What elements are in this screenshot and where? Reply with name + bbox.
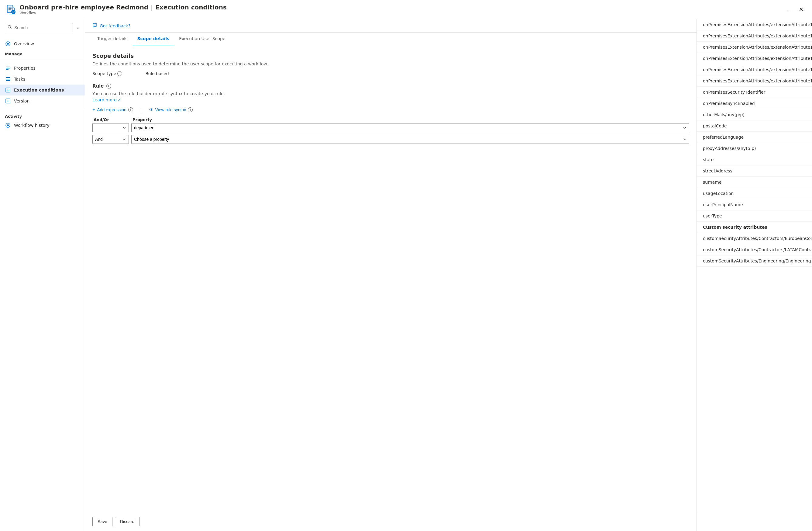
execution-conditions-icon [5,87,11,93]
tasks-icon [5,76,11,82]
overview-icon [5,41,11,47]
andor-select-1[interactable]: And Or [92,123,129,132]
svg-rect-9 [6,67,10,67]
andor-column-header: And/Or [93,117,130,122]
scope-type-row: Scope type i Rule based [92,71,689,76]
dropdown-item-2[interactable]: onPremisesExtensionAttributes/extensionA… [697,42,812,53]
add-expression-button[interactable]: + Add expression i [92,107,133,113]
scope-details-title: Scope details [92,53,689,59]
view-syntax-info-icon[interactable]: i [188,107,193,112]
sidebar-label-version: Version [14,99,29,103]
dropdown-item-0[interactable]: onPremisesExtensionAttributes/extensionA… [697,19,812,30]
discard-button[interactable]: Discard [115,517,140,526]
dropdown-item-1[interactable]: onPremisesExtensionAttributes/extensionA… [697,30,812,42]
rule-table-header: And/Or Property [92,117,689,122]
dropdown-item-11[interactable]: proxyAddresses/any(p:p) [697,143,812,154]
sidebar-item-execution-conditions[interactable]: Execution conditions [0,85,85,96]
sidebar-item-tasks[interactable]: Tasks [0,74,85,85]
properties-icon [5,65,11,71]
history-icon [5,122,11,128]
close-button[interactable]: ✕ [797,5,806,14]
dropdown-item-19[interactable]: customSecurityAttributes/Contractors/Eur… [697,233,812,244]
dropdown-item-4[interactable]: onPremisesExtensionAttributes/extensionA… [697,64,812,75]
dropdown-item-14[interactable]: surname [697,177,812,188]
save-button[interactable]: Save [92,517,113,526]
activity-divider [0,109,85,109]
manage-section-label: Manage [0,49,85,57]
svg-rect-2 [9,7,12,8]
document-icon [6,4,16,14]
svg-rect-12 [6,77,10,78]
sidebar-item-properties[interactable]: Properties [0,62,85,74]
dropdown-item-8[interactable]: otherMails/any(p:p) [697,109,812,121]
feedback-bar: Got feedback? [85,19,697,32]
header-separator: | [151,4,153,11]
action-separator: | [141,107,142,112]
sidebar-search-area: « [0,19,85,36]
page-title: Execution conditions [155,4,227,11]
svg-rect-4 [9,10,11,10]
collapse-icon: « [76,25,79,30]
more-button[interactable]: ... [785,5,794,14]
search-input[interactable] [14,25,70,30]
rule-label: Rule [92,83,104,89]
svg-rect-14 [6,80,10,81]
dropdown-item-7[interactable]: onPremisesSyncEnabled [697,98,812,109]
svg-rect-13 [6,79,10,79]
scope-type-info-icon[interactable]: i [117,71,122,76]
panel-content: Scope details Defines the conditions use… [85,45,697,512]
learn-more-link[interactable]: Learn more ↗ [92,97,121,102]
header-actions: ... ✕ [785,5,806,14]
rule-description: You can use the rule builder or rule syn… [92,91,689,96]
scope-description: Defines the conditions used to determine… [92,61,689,66]
activity-section-label: Activity [0,112,85,120]
sidebar-label-properties: Properties [14,66,35,71]
version-icon [5,98,11,104]
dropdown-item-20[interactable]: customSecurityAttributes/Contractors/LAT… [697,244,812,255]
feedback-link[interactable]: Got feedback? [100,24,130,28]
content-area: Got feedback? Trigger details Scope deta… [85,19,697,531]
dropdown-item-12[interactable]: state [697,154,812,165]
andor-select-2[interactable]: And Or [92,135,129,144]
dropdown-item-21[interactable]: customSecurityAttributes/Engineering/Eng… [697,255,812,267]
dropdown-item-6[interactable]: onPremisesSecurity Identifier [697,87,812,98]
sidebar-label-workflow-history: Workflow history [14,123,49,128]
dropdown-item-5[interactable]: onPremisesExtensionAttributes/extensionA… [697,75,812,87]
collapse-sidebar-button[interactable]: « [75,24,80,31]
tabs: Trigger details Scope details Execution … [85,32,697,45]
sidebar-navigation: Overview Manage Properties Tasks [0,36,85,531]
search-box[interactable] [5,23,73,32]
svg-rect-3 [9,8,12,9]
workflow-title: Onboard pre-hire employee Redmond [19,4,148,11]
dropdown-item-17[interactable]: userType [697,210,812,222]
tab-trigger-details[interactable]: Trigger details [92,32,132,45]
rule-actions: + Add expression i | 👁 View rule syntax … [92,107,689,113]
dropdown-item-15[interactable]: usageLocation [697,188,812,199]
property-select-2[interactable]: Choose a property [131,135,689,144]
sidebar-item-version[interactable]: Version [0,96,85,107]
header-titles: Onboard pre-hire employee Redmond | Exec… [19,4,785,15]
dropdown-item-9[interactable]: postalCode [697,121,812,132]
tab-execution-user-scope[interactable]: Execution User Scope [174,32,230,45]
header-subtitle: Workflow [19,11,785,15]
scope-type-value: Rule based [145,71,169,76]
sidebar: « Overview Manage [0,19,85,531]
svg-rect-10 [6,68,10,68]
dropdown-item-3[interactable]: onPremisesExtensionAttributes/extensionA… [697,53,812,64]
property-select-1[interactable]: department [131,123,689,132]
add-expression-info-icon[interactable]: i [128,107,133,112]
view-rule-syntax-button[interactable]: 👁 View rule syntax i [149,107,193,112]
manage-divider [0,60,85,60]
dropdown-item-16[interactable]: userPrincipalName [697,199,812,210]
dropdown-item-10[interactable]: preferredLanguage [697,132,812,143]
tab-scope-details[interactable]: Scope details [132,32,174,45]
rule-row-2: And Or Choose a property [92,135,689,144]
add-icon: + [92,107,95,113]
sidebar-item-overview[interactable]: Overview [0,38,85,49]
svg-rect-11 [6,69,9,70]
property-dropdown-panel: onPremisesExtensionAttributes/extensionA… [697,19,812,531]
sidebar-item-workflow-history[interactable]: Workflow history [0,120,85,131]
rule-info-icon[interactable]: i [106,84,111,88]
dropdown-item-13[interactable]: streetAddress [697,165,812,177]
rule-header: Rule i [92,83,689,89]
